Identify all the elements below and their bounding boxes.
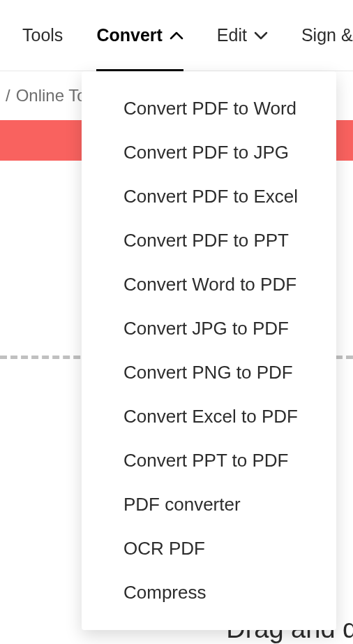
nav-sign-label: Sign & P	[301, 25, 353, 45]
main-nav: Tools Convert Edit Sign & P	[0, 0, 353, 71]
convert-dropdown-menu: Convert PDF to Word Convert PDF to JPG C…	[82, 71, 336, 630]
nav-convert-label: Convert	[96, 25, 162, 45]
menu-item-ocr-pdf[interactable]: OCR PDF	[82, 527, 336, 571]
menu-item-pdf-to-excel[interactable]: Convert PDF to Excel	[82, 175, 336, 219]
menu-item-compress[interactable]: Compress	[82, 571, 336, 615]
menu-item-word-to-pdf[interactable]: Convert Word to PDF	[82, 263, 336, 307]
menu-item-pdf-to-ppt[interactable]: Convert PDF to PPT	[82, 219, 336, 263]
chevron-up-icon	[170, 31, 183, 40]
menu-item-pdf-converter[interactable]: PDF converter	[82, 483, 336, 527]
nav-edit-label: Edit	[217, 25, 247, 45]
menu-item-png-to-pdf[interactable]: Convert PNG to PDF	[82, 351, 336, 395]
breadcrumb-separator: /	[6, 86, 10, 105]
nav-sign[interactable]: Sign & P	[285, 0, 353, 71]
menu-item-pdf-to-word[interactable]: Convert PDF to Word	[82, 87, 336, 131]
nav-convert[interactable]: Convert	[80, 0, 200, 71]
menu-item-jpg-to-pdf[interactable]: Convert JPG to PDF	[82, 307, 336, 351]
nav-tools-label: Tools	[22, 25, 63, 45]
menu-item-pdf-to-jpg[interactable]: Convert PDF to JPG	[82, 131, 336, 175]
chevron-down-icon	[254, 31, 268, 40]
menu-item-ppt-to-pdf[interactable]: Convert PPT to PDF	[82, 439, 336, 483]
nav-edit[interactable]: Edit	[200, 0, 285, 71]
nav-tools[interactable]: Tools	[6, 0, 80, 71]
breadcrumb-online-tools: Online To	[16, 86, 87, 105]
menu-item-excel-to-pdf[interactable]: Convert Excel to PDF	[82, 395, 336, 439]
